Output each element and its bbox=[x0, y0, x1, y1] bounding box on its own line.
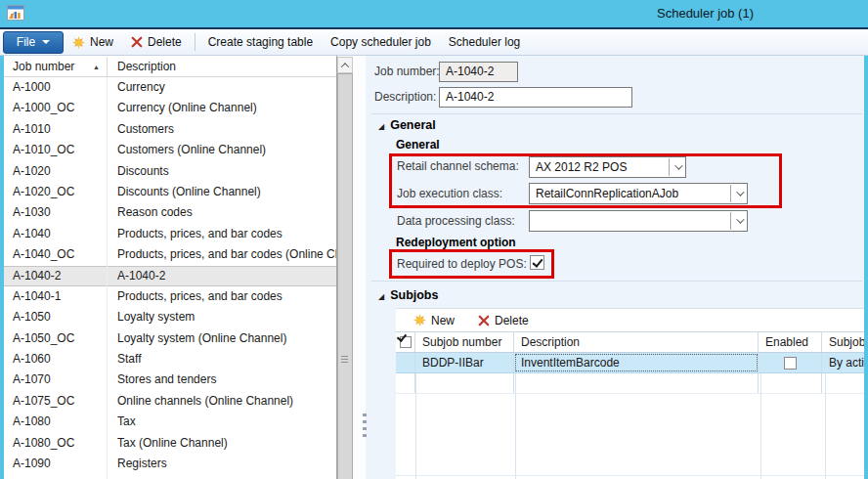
column-header-subjob-number[interactable]: Subjob number bbox=[415, 332, 514, 352]
subjobs-delete-button[interactable]: Delete bbox=[478, 314, 529, 327]
job-number-label: Job number: bbox=[374, 65, 440, 78]
general-group-label: General bbox=[396, 138, 440, 152]
job-row-selected[interactable]: A-1040-2A-1040-2 bbox=[4, 266, 336, 286]
job-row[interactable]: A-1000_OCCurrency (Online Channel) bbox=[4, 98, 336, 118]
section-expander-icon[interactable]: ◢ bbox=[378, 122, 384, 131]
main-toolbar: File New Delete Create staging table Cop… bbox=[0, 29, 868, 56]
chevron-up-icon bbox=[341, 63, 349, 70]
column-header-description[interactable]: Description bbox=[108, 57, 336, 76]
dropdown-arrow-icon[interactable] bbox=[730, 185, 747, 202]
job-row[interactable]: A-1075_OCOnline channels (Online Channel… bbox=[4, 391, 336, 412]
job-row[interactable]: A-1030Reason codes bbox=[4, 202, 336, 223]
jobs-rows: A-1000Currency A-1000_OCCurrency (Online… bbox=[4, 77, 336, 479]
required-to-deploy-checkbox[interactable] bbox=[530, 255, 544, 270]
job-row[interactable]: A-1070Stores and tenders bbox=[4, 370, 336, 390]
redeployment-option-label: Redeployment option bbox=[396, 236, 516, 249]
titlebar: Scheduler job (1) bbox=[0, 0, 868, 27]
column-header-description[interactable]: Description bbox=[514, 332, 759, 352]
job-number-field[interactable]: A-1040-2 bbox=[439, 62, 518, 82]
subjobs-toolbar: New Delete bbox=[396, 308, 868, 332]
delete-button[interactable]: Delete bbox=[122, 29, 191, 55]
job-row[interactable]: A-1040_OCProducts, prices, and bar codes… bbox=[4, 244, 336, 265]
subjobs-new-button[interactable]: New bbox=[413, 314, 455, 327]
jobs-list-header: Job number ▲ Description bbox=[4, 57, 336, 77]
row-select-cell[interactable] bbox=[396, 353, 415, 372]
sort-ascending-icon: ▲ bbox=[93, 58, 100, 77]
description-field[interactable]: A-1040-2 bbox=[439, 87, 632, 108]
section-expander-icon[interactable]: ◢ bbox=[378, 292, 384, 301]
section-divider bbox=[371, 113, 862, 114]
description-label: Description: bbox=[374, 90, 436, 104]
new-button[interactable]: New bbox=[64, 29, 122, 55]
copy-scheduler-job-button[interactable]: Copy scheduler job bbox=[322, 29, 440, 55]
toolbar-separator bbox=[195, 33, 195, 51]
window-title: Scheduler job (1) bbox=[657, 6, 754, 21]
job-execution-class-combobox[interactable]: RetailConnReplicationAJob bbox=[529, 183, 748, 204]
detail-panel: Job number: A-1040-2 Description: A-1040… bbox=[366, 56, 868, 479]
dropdown-arrow-icon[interactable] bbox=[669, 158, 685, 176]
column-header-job-number[interactable]: Job number ▲ bbox=[4, 57, 108, 76]
delete-x-icon bbox=[131, 36, 143, 48]
star-new-icon bbox=[413, 314, 426, 327]
app-window-icon bbox=[7, 5, 24, 22]
window-left-border bbox=[0, 56, 4, 479]
splitter-grip-icon bbox=[363, 414, 367, 438]
job-row[interactable]: A-1020_OCDiscounts (Online Channel) bbox=[4, 182, 336, 202]
column-header-enabled[interactable]: Enabled bbox=[759, 332, 822, 352]
job-row[interactable]: A-1000Currency bbox=[4, 77, 336, 98]
scheduler-log-button[interactable]: Scheduler log bbox=[440, 29, 529, 55]
data-processing-class-combobox[interactable] bbox=[529, 210, 748, 232]
general-section-header[interactable]: ◢ General bbox=[378, 118, 436, 132]
required-to-deploy-label: Required to deploy POS: bbox=[397, 257, 527, 271]
job-row[interactable]: A-1090Registers bbox=[4, 454, 336, 474]
job-row[interactable]: A-1020Discounts bbox=[4, 161, 336, 182]
create-staging-table-button[interactable]: Create staging table bbox=[199, 29, 322, 55]
job-execution-class-label: Job execution class: bbox=[397, 187, 502, 200]
window-right-border bbox=[864, 56, 868, 479]
retail-channel-schema-combobox[interactable]: AX 2012 R2 POS bbox=[529, 156, 686, 178]
dropdown-arrow-icon[interactable] bbox=[730, 212, 747, 230]
scroll-up-button[interactable] bbox=[337, 57, 353, 73]
enabled-checkbox[interactable] bbox=[784, 357, 797, 370]
job-row[interactable]: A-1040-1Products, prices, and bar codes bbox=[4, 286, 336, 307]
job-row[interactable]: A-1010_OCCustomers (Online Channel) bbox=[4, 140, 336, 160]
job-row[interactable]: A-1095Offline database configuration bbox=[4, 474, 336, 479]
scheduler-job-window: Scheduler job (1) File New Delete Create… bbox=[0, 0, 868, 479]
jobs-list-scrollbar[interactable] bbox=[337, 57, 353, 479]
subjob-empty-row[interactable] bbox=[396, 373, 868, 394]
subjob-row-selected[interactable]: BDDP-IIBar InventItemBarcode By action bbox=[396, 353, 868, 373]
job-row[interactable]: A-1010Customers bbox=[4, 119, 336, 140]
job-row[interactable]: A-1080_OCTax (Online Channel) bbox=[4, 433, 336, 454]
job-row[interactable]: A-1080Tax bbox=[4, 412, 336, 432]
job-row[interactable]: A-1060Staff bbox=[4, 349, 336, 370]
scrollbar-thumb[interactable] bbox=[337, 73, 353, 479]
caret-down-icon bbox=[42, 40, 50, 44]
column-header-subjob-re[interactable]: Subjob re bbox=[822, 332, 868, 352]
delete-x-icon bbox=[478, 315, 490, 327]
section-divider bbox=[371, 281, 862, 282]
jobs-list-panel: Job number ▲ Description A-1000Currency … bbox=[4, 56, 337, 479]
job-row[interactable]: A-1040Products, prices, and bar codes bbox=[4, 224, 336, 244]
file-menu-button[interactable]: File bbox=[3, 31, 64, 54]
job-row[interactable]: A-1050_OCLoyalty system (Online Channel) bbox=[4, 328, 336, 349]
retail-channel-schema-label: Retail channel schema: bbox=[397, 159, 519, 173]
star-new-icon bbox=[72, 36, 85, 49]
subjobs-section-header[interactable]: ◢ Subjobs bbox=[378, 288, 438, 302]
window-body: Job number ▲ Description A-1000Currency … bbox=[0, 56, 868, 479]
data-processing-class-label: Data processing class: bbox=[397, 214, 515, 228]
scrollbar-grip-icon bbox=[341, 356, 348, 365]
subjobs-grid: Subjob number Description Enabled Subjob… bbox=[396, 332, 868, 479]
subjobs-grid-header: Subjob number Description Enabled Subjob… bbox=[396, 332, 868, 353]
job-row[interactable]: A-1050Loyalty system bbox=[4, 307, 336, 327]
